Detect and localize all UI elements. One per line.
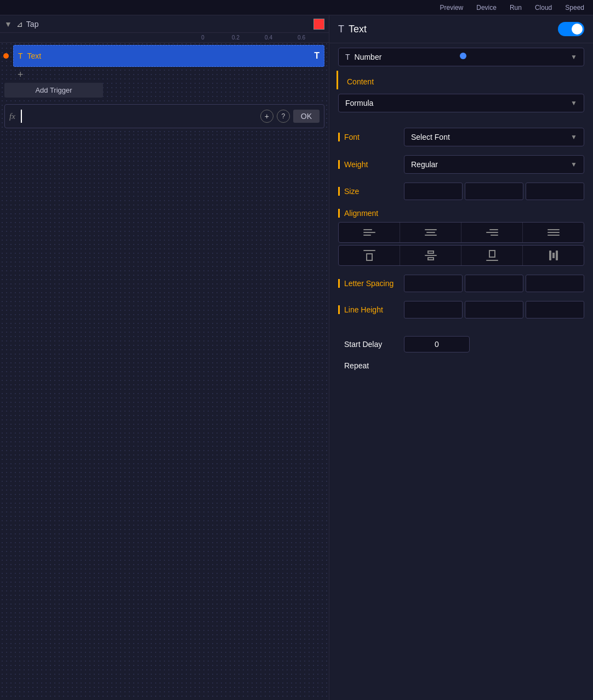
add-trigger-button[interactable]: Add Trigger: [4, 83, 103, 98]
ruler-tick-2: 0.4: [252, 35, 285, 41]
align-stretch-box: [552, 253, 555, 258]
align-line: [548, 232, 560, 233]
align-line: [425, 235, 437, 236]
font-row: Font Select Font ▼: [329, 123, 593, 151]
align-line: [491, 235, 498, 236]
ruler: 0 0.2 0.4 0.6: [0, 33, 329, 43]
type-dropdown-icon: T: [345, 53, 350, 61]
align-left-button[interactable]: [339, 223, 400, 242]
align-top-icon: [363, 250, 375, 261]
formula-add-button[interactable]: +: [260, 110, 273, 123]
size-input-1[interactable]: [404, 183, 463, 200]
color-square[interactable]: [313, 19, 324, 30]
top-nav: Preview Device Run Cloud Speed: [0, 0, 593, 15]
letter-spacing-input-3[interactable]: [526, 275, 584, 292]
weight-dropdown[interactable]: Regular ▼: [404, 155, 584, 174]
align-mid-box2: [427, 257, 434, 260]
repeat-label: Repeat: [338, 361, 404, 370]
repeat-row: Repeat: [329, 357, 593, 374]
align-bottom-button[interactable]: [461, 246, 523, 265]
ruler-numbers: 0 0.2 0.4 0.6: [186, 35, 318, 41]
formula-dropdown-chevron: ▼: [571, 99, 577, 107]
track-right-icon: T: [314, 51, 320, 61]
formula-dropdown-label: Formula: [345, 99, 571, 107]
line-height-input-2[interactable]: [465, 301, 523, 318]
align-mid-box: [427, 251, 434, 254]
align-top-button[interactable]: [339, 246, 400, 265]
line-height-label: Line Height: [338, 305, 404, 314]
tap-icon: ⊿: [16, 20, 23, 29]
weight-dropdown-chevron: ▼: [571, 161, 577, 168]
align-right-lines: [486, 229, 498, 236]
align-line: [425, 255, 437, 256]
track-row[interactable]: T Text T: [13, 45, 324, 67]
nav-cloud[interactable]: Cloud: [535, 4, 552, 12]
size-input-2[interactable]: [465, 183, 523, 200]
orange-dot: [3, 53, 9, 59]
timeline-chevron[interactable]: ▼: [4, 20, 12, 29]
align-justify-button[interactable]: [523, 223, 584, 242]
align-center-lines: [425, 229, 437, 236]
letter-spacing-input-1[interactable]: [404, 275, 463, 292]
letter-spacing-label: Letter Spacing: [338, 279, 404, 288]
alignment-label-row: Alignment: [329, 204, 593, 220]
formula-bar: fx + ? OK: [4, 104, 324, 128]
nav-device[interactable]: Device: [476, 4, 497, 12]
start-delay-input[interactable]: 0: [404, 336, 470, 352]
align-justify-lines: [548, 229, 560, 236]
align-top-box: [366, 253, 373, 261]
align-stretch-line2: [556, 251, 558, 260]
nav-preview[interactable]: Preview: [440, 4, 464, 12]
alignment-label: Alignment: [338, 209, 404, 218]
align-line: [363, 235, 371, 236]
align-center-button[interactable]: [400, 223, 461, 242]
start-delay-label: Start Delay: [338, 340, 404, 349]
letter-spacing-row: Letter Spacing: [329, 270, 593, 297]
align-middle-button[interactable]: [400, 246, 461, 265]
text-toggle[interactable]: [558, 22, 584, 36]
size-input-3[interactable]: [526, 183, 584, 200]
tap-label: Tap: [26, 20, 313, 29]
line-height-input-3[interactable]: [526, 301, 584, 318]
align-middle-icon: [425, 251, 437, 260]
formula-input[interactable]: [21, 110, 260, 123]
align-line: [486, 260, 498, 261]
size-label: Size: [338, 187, 404, 196]
nav-run[interactable]: Run: [510, 4, 522, 12]
formula-ok-button[interactable]: OK: [293, 110, 320, 123]
track-name: Text: [27, 52, 315, 60]
line-height-inputs: [404, 301, 584, 318]
right-panel-header: T Text: [329, 15, 593, 43]
nav-speed[interactable]: Speed: [565, 4, 584, 12]
align-row-vertical: [338, 245, 584, 266]
weight-row: Weight Regular ▼: [329, 151, 593, 178]
size-inputs: [404, 183, 584, 200]
formula-dropdown[interactable]: Formula ▼: [338, 94, 584, 112]
track-text-icon: T: [18, 52, 23, 60]
align-line: [425, 229, 437, 230]
formula-help-button[interactable]: ?: [277, 110, 290, 123]
align-line: [548, 235, 560, 236]
plus-button[interactable]: +: [18, 69, 24, 81]
font-dropdown[interactable]: Select Font ▼: [404, 128, 584, 146]
text-section-title: Text: [349, 24, 558, 35]
align-bottom-icon: [486, 250, 498, 261]
align-line: [489, 229, 498, 230]
font-dropdown-label: Select Font: [411, 133, 571, 141]
align-stretch-button[interactable]: [523, 246, 584, 265]
align-stretch-line: [549, 251, 551, 260]
content-section-label: Content: [337, 71, 593, 89]
align-line: [363, 229, 372, 230]
track-wrapper: T Text T: [13, 45, 324, 67]
spacer2: [329, 323, 593, 332]
align-right-button[interactable]: [461, 223, 523, 242]
canvas-area: [0, 133, 329, 700]
add-trigger-row: Add Trigger: [4, 83, 324, 98]
letter-spacing-input-2[interactable]: [465, 275, 523, 292]
spacer1: [329, 117, 593, 123]
font-label: Font: [338, 133, 404, 141]
weight-dropdown-label: Regular: [411, 160, 571, 169]
align-line: [548, 229, 560, 230]
letter-spacing-inputs: [404, 275, 584, 292]
line-height-input-1[interactable]: [404, 301, 463, 318]
